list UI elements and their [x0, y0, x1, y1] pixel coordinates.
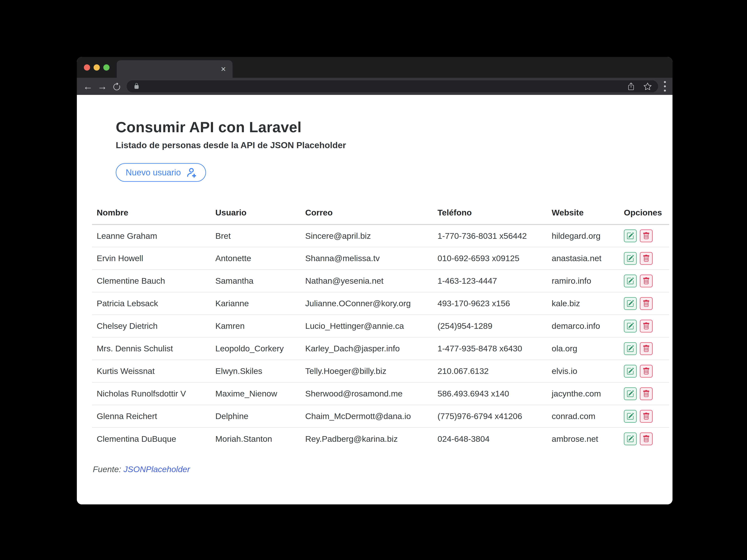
table-row: Nicholas Runolfsdottir V Maxime_Nienow S… — [92, 382, 669, 405]
cell-usuario: Leopoldo_Corkery — [211, 337, 301, 360]
lock-icon — [133, 83, 140, 90]
cell-correo: Lucio_Hettinger@annie.ca — [301, 315, 433, 337]
delete-user-button[interactable] — [640, 274, 653, 287]
browser-menu-icon[interactable] — [664, 81, 666, 91]
delete-user-button[interactable] — [640, 432, 653, 445]
cell-telefono: 210.067.6132 — [433, 360, 547, 382]
table-header-row: Nombre Usuario Correo Teléfono Website O… — [92, 207, 669, 224]
table-row: Kurtis Weissnat Elwyn.Skiles Telly.Hoege… — [92, 360, 669, 382]
cell-usuario: Karianne — [211, 292, 301, 315]
browser-tab[interactable]: × — [117, 60, 232, 78]
pencil-square-icon — [626, 368, 634, 375]
cell-usuario: Samantha — [211, 270, 301, 292]
header-usuario: Usuario — [211, 207, 301, 224]
cell-website: jacynthe.com — [547, 382, 619, 405]
trash-icon — [643, 435, 650, 443]
cell-correo: Julianne.OConner@kory.org — [301, 292, 433, 315]
pencil-square-icon — [626, 412, 634, 420]
trash-icon — [643, 300, 650, 307]
new-user-button[interactable]: Nuevo usuario — [116, 163, 206, 182]
header-website: Website — [547, 207, 619, 224]
cell-usuario: Delphine — [211, 405, 301, 428]
cell-nombre: Kurtis Weissnat — [92, 360, 211, 382]
jsonplaceholder-link[interactable]: JSONPlaceholder — [124, 464, 190, 474]
forward-icon[interactable]: → — [95, 81, 109, 91]
edit-user-button[interactable] — [624, 320, 637, 332]
trash-icon — [643, 412, 650, 420]
cell-usuario: Maxime_Nienow — [211, 382, 301, 405]
trash-icon — [643, 390, 650, 397]
minimize-window-button[interactable] — [94, 64, 100, 71]
cell-usuario: Antonette — [211, 247, 301, 270]
cell-opciones — [619, 382, 669, 405]
close-window-button[interactable] — [84, 64, 90, 71]
cell-telefono: 024-648-3804 — [433, 428, 547, 450]
table-row: Clementina DuBuque Moriah.Stanton Rey.Pa… — [92, 428, 669, 450]
delete-user-button[interactable] — [640, 387, 653, 400]
new-user-button-label: Nuevo usuario — [126, 168, 181, 177]
reload-icon[interactable] — [109, 81, 124, 91]
cell-opciones — [619, 315, 669, 337]
pencil-square-icon — [626, 232, 634, 240]
table-row: Chelsey Dietrich Kamren Lucio_Hettinger@… — [92, 315, 669, 337]
edit-user-button[interactable] — [624, 387, 637, 400]
edit-user-button[interactable] — [624, 342, 637, 355]
edit-user-button[interactable] — [624, 365, 637, 378]
cell-usuario: Kamren — [211, 315, 301, 337]
zoom-window-button[interactable] — [103, 64, 109, 71]
cell-nombre: Glenna Reichert — [92, 405, 211, 428]
trash-icon — [643, 255, 650, 262]
delete-user-button[interactable] — [640, 297, 653, 310]
cell-telefono: 1-770-736-8031 x56442 — [433, 224, 547, 247]
pencil-square-icon — [626, 255, 634, 262]
source-note: Fuente: JSONPlaceholder — [93, 464, 672, 474]
table-row: Ervin Howell Antonette Shanna@melissa.tv… — [92, 247, 669, 270]
cell-website: ola.org — [547, 337, 619, 360]
cell-telefono: 010-692-6593 x09125 — [433, 247, 547, 270]
table-row: Leanne Graham Bret Sincere@april.biz 1-7… — [92, 224, 669, 247]
url-bar[interactable] — [127, 80, 658, 92]
users-table: Nombre Usuario Correo Teléfono Website O… — [92, 207, 669, 450]
back-icon[interactable]: ← — [81, 81, 95, 91]
cell-opciones — [619, 428, 669, 450]
bookmark-star-icon[interactable] — [644, 82, 651, 90]
delete-user-button[interactable] — [640, 342, 653, 355]
delete-user-button[interactable] — [640, 252, 653, 265]
edit-user-button[interactable] — [624, 432, 637, 445]
cell-opciones — [619, 270, 669, 292]
share-icon[interactable] — [627, 83, 635, 90]
edit-user-button[interactable] — [624, 297, 637, 310]
cell-correo: Nathan@yesenia.net — [301, 270, 433, 292]
page-content: Consumir API con Laravel Listado de pers… — [77, 95, 672, 504]
delete-user-button[interactable] — [640, 410, 653, 423]
cell-telefono: (254)954-1289 — [433, 315, 547, 337]
cell-opciones — [619, 360, 669, 382]
tab-close-icon[interactable]: × — [218, 65, 228, 73]
edit-user-button[interactable] — [624, 274, 637, 287]
pencil-square-icon — [626, 277, 634, 285]
header-telefono: Teléfono — [433, 207, 547, 224]
delete-user-button[interactable] — [640, 320, 653, 332]
cell-usuario: Bret — [211, 224, 301, 247]
pencil-square-icon — [626, 300, 634, 307]
delete-user-button[interactable] — [640, 365, 653, 378]
cell-nombre: Chelsey Dietrich — [92, 315, 211, 337]
cell-nombre: Leanne Graham — [92, 224, 211, 247]
cell-website: hildegard.org — [547, 224, 619, 247]
pencil-square-icon — [626, 390, 634, 397]
edit-user-button[interactable] — [624, 230, 637, 242]
browser-toolbar: ← → — [77, 78, 672, 95]
cell-website: ramiro.info — [547, 270, 619, 292]
table-row: Clementine Bauch Samantha Nathan@yesenia… — [92, 270, 669, 292]
edit-user-button[interactable] — [624, 410, 637, 423]
cell-nombre: Patricia Lebsack — [92, 292, 211, 315]
cell-correo: Karley_Dach@jasper.info — [301, 337, 433, 360]
trash-icon — [643, 232, 650, 240]
edit-user-button[interactable] — [624, 252, 637, 265]
cell-website: ambrose.net — [547, 428, 619, 450]
cell-website: anastasia.net — [547, 247, 619, 270]
cell-correo: Telly.Hoeger@billy.biz — [301, 360, 433, 382]
delete-user-button[interactable] — [640, 230, 653, 242]
cell-website: conrad.com — [547, 405, 619, 428]
cell-opciones — [619, 337, 669, 360]
